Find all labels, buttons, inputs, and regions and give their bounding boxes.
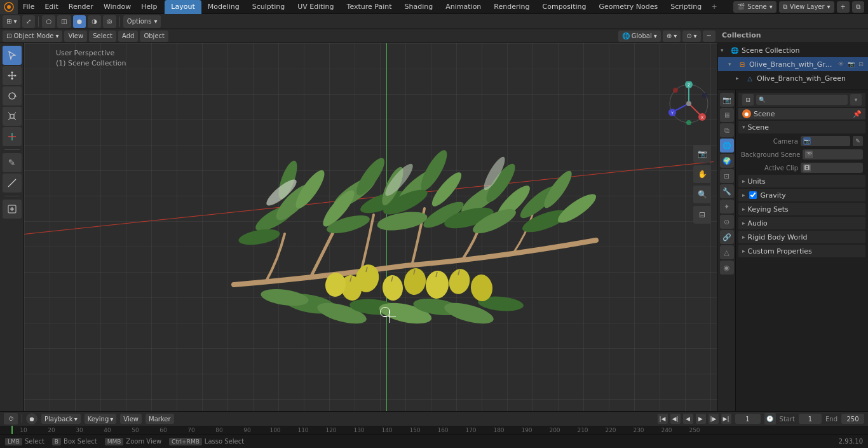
ortho-toggle-button[interactable]: ⊟ <box>693 206 711 224</box>
play-forward-btn[interactable]: ▶ <box>696 414 706 424</box>
tab-rendering[interactable]: Rendering <box>487 0 536 14</box>
solid-shading-button[interactable]: ● <box>73 15 86 28</box>
particles-props-btn[interactable]: ✦ <box>720 200 734 214</box>
view-menu[interactable]: View <box>64 31 87 42</box>
add-workspace-button[interactable]: + <box>708 0 721 14</box>
output-props-btn[interactable]: 🖥 <box>720 108 734 122</box>
object-menu[interactable]: Object <box>140 31 168 42</box>
outliner-item-mesh[interactable]: ▸ △ Olive_Branch_with_Green <box>718 71 868 85</box>
outliner-item-scene-collection[interactable]: ▾ 🌐 Scene Collection <box>718 43 868 57</box>
props-type-btn[interactable]: ⊟ <box>742 94 754 105</box>
play-back-btn[interactable]: ◀ <box>683 414 693 424</box>
tab-scripting[interactable]: Scripting <box>664 0 708 14</box>
rotate-tool[interactable] <box>3 86 22 105</box>
next-keyframe-btn[interactable]: |▶ <box>709 414 719 424</box>
measure-tool[interactable] <box>3 173 22 193</box>
data-props-btn[interactable]: △ <box>720 245 734 259</box>
move-tool[interactable] <box>3 66 22 85</box>
view-layer-selector[interactable]: ⧉ View Layer ▾ <box>779 1 834 13</box>
clock-btn[interactable]: 🕐 <box>764 413 776 424</box>
new-scene-button[interactable]: + <box>837 1 850 13</box>
view-toggle-btn[interactable]: 👁 <box>836 60 845 69</box>
custom-props-section[interactable]: ▸ Custom Properties <box>738 245 865 257</box>
render-toggle-btn[interactable]: 📷 <box>846 60 855 69</box>
constraints-props-btn[interactable]: 🔗 <box>720 230 734 244</box>
rigid-body-section[interactable]: ▸ Rigid Body World <box>738 231 865 243</box>
end-frame-input[interactable]: 250 <box>841 414 864 424</box>
transform-dropdown[interactable]: 🌐 Global ▾ <box>618 31 661 42</box>
units-section[interactable]: ▸ Units <box>738 175 865 187</box>
physics-props-btn[interactable]: ⊙ <box>720 215 734 229</box>
outliner-item-olive-branch[interactable]: ▾ ⊟ Olive_Branch_with_Green_Oli 👁 📷 ⊡ <box>718 57 868 71</box>
menu-help[interactable]: Help <box>136 0 162 14</box>
add-menu[interactable]: Add <box>118 31 138 42</box>
menu-file[interactable]: File <box>18 0 39 14</box>
viewport[interactable]: User Perspective (1) Scene Collection <box>24 43 717 411</box>
tab-animation[interactable]: Animation <box>439 0 487 14</box>
jump-start-btn[interactable]: |◀ <box>658 414 668 424</box>
current-frame-input[interactable]: 1 <box>735 414 761 424</box>
menu-edit[interactable]: Edit <box>39 0 63 14</box>
copy-scene-button[interactable]: ⧉ <box>852 1 864 13</box>
keying-sets-section[interactable]: ▸ Keying Sets <box>738 203 865 215</box>
tab-layout[interactable]: Layout <box>165 0 201 14</box>
props-search[interactable]: 🔍 <box>756 95 848 105</box>
menu-window[interactable]: Window <box>98 0 136 14</box>
navigation-gizmo[interactable]: Z X Y <box>667 81 711 126</box>
blender-logo[interactable] <box>0 0 18 14</box>
camera-pick-btn[interactable]: ✎ <box>853 136 863 146</box>
camera-value[interactable]: 📷 <box>801 136 850 146</box>
world-props-btn[interactable]: 🌍 <box>720 154 734 168</box>
select-toggle-btn[interactable]: ⊡ <box>857 60 865 69</box>
active-clip-value[interactable]: 🎞 <box>801 163 863 173</box>
tab-texture-paint[interactable]: Texture Paint <box>341 0 398 14</box>
modifier-props-btn[interactable]: 🔧 <box>720 184 734 198</box>
timeline-type-btn[interactable]: ⏱ <box>4 413 18 424</box>
fullscreen-button[interactable]: ⤢ <box>22 15 35 28</box>
scene-section-pin[interactable]: 📌 <box>853 110 862 118</box>
tab-shading[interactable]: Shading <box>398 0 440 14</box>
rendered-button[interactable]: ◎ <box>103 15 116 28</box>
transform-tool[interactable] <box>3 127 22 146</box>
start-frame-input[interactable]: 1 <box>799 414 822 424</box>
tab-uv-editing[interactable]: UV Editing <box>291 0 340 14</box>
camera-view-button[interactable]: 📷 <box>693 145 711 163</box>
marker-menu[interactable]: Marker <box>146 414 174 424</box>
toggle-overlays-button[interactable]: ○ <box>42 15 55 28</box>
tab-geometry-nodes[interactable]: Geometry Nodes <box>592 0 664 14</box>
bg-scene-value[interactable]: 🎬 <box>803 149 863 160</box>
zoom-view-button[interactable]: 🔍 <box>693 186 711 203</box>
scene-subsection[interactable]: ▾ Scene <box>738 121 865 133</box>
toggle-xray-button[interactable]: ◫ <box>57 15 71 28</box>
tab-modeling[interactable]: Modeling <box>201 0 246 14</box>
gravity-checkbox[interactable] <box>749 191 757 199</box>
jump-end-btn[interactable]: ▶| <box>721 414 731 424</box>
scene-selector[interactable]: 🎬 Scene ▾ <box>733 1 776 13</box>
proportional-editing-button[interactable]: ⊙ ▾ <box>682 31 700 42</box>
pan-view-button[interactable]: ✋ <box>693 165 711 183</box>
add-tool[interactable] <box>3 200 22 219</box>
prev-keyframe-btn[interactable]: ◀| <box>670 414 681 424</box>
scene-props-btn[interactable]: 🌐 <box>720 139 734 153</box>
keying-dropdown[interactable]: Keying ▾ <box>85 414 117 424</box>
view-menu-timeline[interactable]: View <box>120 414 142 424</box>
view-layer-props-btn[interactable]: ⧉ <box>720 123 734 137</box>
object-mode-button[interactable]: ⊡ Object Mode ▾ <box>3 31 62 42</box>
material-preview-button[interactable]: ◑ <box>88 15 101 28</box>
gravity-section[interactable]: ▸ Gravity <box>738 189 865 201</box>
render-props-btn[interactable]: 📷 <box>720 93 734 107</box>
props-filter-btn[interactable]: ▾ <box>850 94 862 105</box>
audio-section[interactable]: ▸ Audio <box>738 217 865 229</box>
editor-type-button[interactable]: ⊞ ▾ <box>3 15 20 28</box>
snapping-button[interactable]: ⊕ ▾ <box>663 31 681 42</box>
scale-tool[interactable] <box>3 107 22 126</box>
playback-dropdown[interactable]: Playback ▾ <box>41 414 81 424</box>
select-menu[interactable]: Select <box>89 31 116 42</box>
tab-sculpting[interactable]: Sculpting <box>246 0 291 14</box>
graph-editor-button[interactable]: ~ <box>703 31 715 42</box>
scene-section-title[interactable]: ● Scene 📌 <box>738 108 865 119</box>
cursor-tool[interactable] <box>3 46 22 65</box>
material-props-btn[interactable]: ◉ <box>720 261 734 275</box>
annotate-tool[interactable]: ✎ <box>3 153 22 172</box>
options-dropdown[interactable]: Options ▾ <box>123 15 161 28</box>
